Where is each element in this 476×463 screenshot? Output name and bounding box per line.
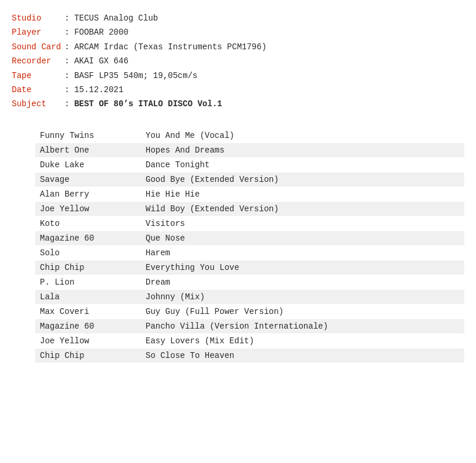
track-artist: Joe Yellow: [40, 204, 146, 214]
track-title: Visitors: [146, 219, 185, 228]
soundcard-label: Sound Card: [12, 40, 65, 53]
track-title: Pancho Villa (Version Internationale): [146, 322, 328, 331]
track-title: Hie Hie Hie: [146, 190, 200, 199]
player-label: Player: [12, 26, 65, 39]
studio-row: Studio : TECUS Analog Club: [12, 12, 464, 25]
date-row: Date : 15.12.2021: [12, 83, 464, 96]
tracklist: Funny TwinsYou And Me (Vocal)Albert OneH…: [35, 129, 464, 363]
recorder-row: Recorder : AKAI GX 646: [12, 55, 464, 67]
info-block: Studio : TECUS Analog Club Player : FOOB…: [12, 12, 464, 111]
track-title: So Close To Heaven: [146, 351, 234, 360]
track-row: P. LionDream: [35, 275, 464, 289]
track-artist: Max Coveri: [40, 307, 146, 316]
track-row: LalaJohnny (Mix): [35, 290, 464, 304]
track-title: Wild Boy (Extended Version): [146, 204, 279, 214]
track-title: Que Nose: [146, 234, 185, 243]
track-row: Funny TwinsYou And Me (Vocal): [35, 129, 464, 143]
track-artist: Solo: [40, 248, 146, 258]
tape-colon: :: [65, 69, 69, 82]
recorder-label: Recorder: [12, 55, 65, 67]
track-title: You And Me (Vocal): [146, 131, 234, 140]
track-title: Hopes And Dreams: [146, 146, 224, 155]
track-title: Dream: [146, 278, 170, 287]
track-artist: Duke Lake: [40, 160, 146, 170]
track-artist: Magazine 60: [40, 322, 146, 331]
track-title: Everything You Love: [146, 263, 239, 272]
subject-value: BEST OF 80’s ITALO DISCO Vol.1: [74, 97, 222, 110]
track-row: Magazine 60Que Nose: [35, 231, 464, 245]
date-colon: :: [65, 83, 69, 96]
studio-value: TECUS Analog Club: [74, 12, 158, 25]
track-artist: Alan Berry: [40, 190, 146, 199]
track-row: Albert OneHopes And Dreams: [35, 143, 464, 157]
track-title: Dance Tonight: [146, 160, 210, 170]
track-artist: Joe Yellow: [40, 336, 146, 346]
track-row: Joe YellowWild Boy (Extended Version): [35, 202, 464, 216]
tape-label: Tape: [12, 69, 65, 82]
track-artist: Chip Chip: [40, 263, 146, 272]
subject-row: Subject : BEST OF 80’s ITALO DISCO Vol.1: [12, 97, 464, 110]
recorder-value: AKAI GX 646: [74, 55, 128, 67]
track-row: Chip ChipSo Close To Heaven: [35, 349, 464, 363]
studio-label: Studio: [12, 12, 65, 25]
subject-label: Subject: [12, 97, 65, 110]
recorder-colon: :: [65, 55, 69, 67]
track-row: Alan BerryHie Hie Hie: [35, 187, 464, 201]
track-row: Duke LakeDance Tonight: [35, 158, 464, 172]
tape-row: Tape : BASF LP35 540m; 19,05cm/s: [12, 69, 464, 82]
date-label: Date: [12, 83, 65, 96]
track-title: Easy Lovers (Mix Edit): [146, 336, 254, 346]
player-row: Player : FOOBAR 2000: [12, 26, 464, 39]
track-artist: Magazine 60: [40, 234, 146, 243]
player-colon: :: [65, 26, 69, 39]
soundcard-row: Sound Card : ARCAM Irdac (Texas Instrume…: [12, 40, 464, 53]
track-artist: Funny Twins: [40, 131, 146, 140]
track-artist: Lala: [40, 292, 146, 302]
track-artist: Koto: [40, 219, 146, 228]
track-row: Joe YellowEasy Lovers (Mix Edit): [35, 334, 464, 348]
track-row: Magazine 60Pancho Villa (Version Interna…: [35, 319, 464, 333]
soundcard-colon: :: [65, 40, 69, 53]
track-row: KotoVisitors: [35, 217, 464, 231]
track-row: SoloHarem: [35, 246, 464, 260]
track-title: Johnny (Mix): [146, 292, 205, 302]
track-title: Guy Guy (Full Power Version): [146, 307, 283, 316]
track-artist: Albert One: [40, 146, 146, 155]
track-artist: P. Lion: [40, 278, 146, 287]
studio-colon: :: [65, 12, 69, 25]
date-value: 15.12.2021: [74, 83, 123, 96]
player-value: FOOBAR 2000: [74, 26, 128, 39]
track-row: Chip ChipEverything You Love: [35, 261, 464, 275]
subject-colon: :: [65, 97, 69, 110]
track-row: SavageGood Bye (Extended Version): [35, 173, 464, 187]
track-artist: Chip Chip: [40, 351, 146, 360]
track-title: Harem: [146, 248, 170, 258]
track-title: Good Bye (Extended Version): [146, 175, 279, 184]
tape-value: BASF LP35 540m; 19,05cm/s: [74, 69, 197, 82]
track-artist: Savage: [40, 175, 146, 184]
track-row: Max CoveriGuy Guy (Full Power Version): [35, 305, 464, 319]
soundcard-value: ARCAM Irdac (Texas Instruments PCM1796): [74, 40, 266, 53]
